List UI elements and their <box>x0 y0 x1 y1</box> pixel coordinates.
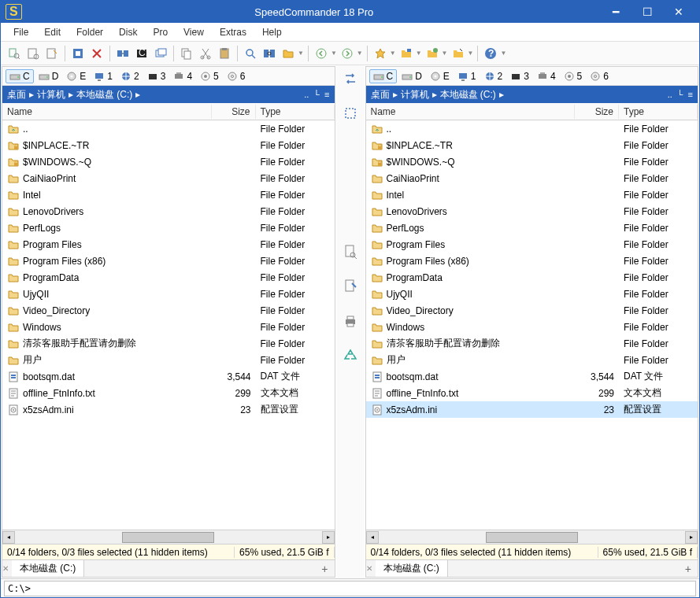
command-input[interactable] <box>4 581 696 596</box>
delete-icon[interactable] <box>88 45 106 62</box>
drive-5[interactable]: 5 <box>561 70 586 83</box>
close-button[interactable]: ✕ <box>663 1 694 23</box>
drive-C[interactable]: C <box>6 69 34 83</box>
list-item[interactable]: ProgramDataFile Folder <box>366 269 698 286</box>
list-item[interactable]: IntelFile Folder <box>2 186 335 203</box>
menu-edit[interactable]: Edit <box>36 25 69 39</box>
drive-1[interactable]: 1 <box>91 70 116 83</box>
folder-options-icon[interactable] <box>450 45 467 62</box>
back-icon[interactable] <box>313 45 330 62</box>
swap-panes-icon[interactable] <box>340 68 361 89</box>
sync-folders-icon[interactable] <box>261 45 278 62</box>
folder-history-icon[interactable] <box>398 45 415 62</box>
list-item[interactable]: $WINDOWS.~QFile Folder <box>2 153 335 170</box>
maximize-button[interactable]: ☐ <box>631 1 663 23</box>
forward-icon[interactable] <box>339 45 356 62</box>
select-same-icon[interactable] <box>340 103 361 124</box>
view-icon[interactable] <box>24 45 42 62</box>
folder-fav-icon[interactable] <box>424 45 441 62</box>
tab-item[interactable]: 本地磁盘 (C:) <box>12 560 84 577</box>
menu-help[interactable]: Help <box>254 25 290 39</box>
menu-folder[interactable]: Folder <box>69 25 111 39</box>
list-item[interactable]: x5zsAdm.ini23配置设置 <box>366 401 698 418</box>
nav-up-icon[interactable]: .. <box>668 90 672 99</box>
col-type[interactable]: Type <box>256 105 335 119</box>
recycle-icon[interactable] <box>340 345 361 366</box>
cut-icon[interactable] <box>197 45 214 62</box>
copy-icon[interactable] <box>178 45 195 62</box>
horizontal-scrollbar[interactable]: ◂▸ <box>2 530 335 544</box>
drive-5[interactable]: 5 <box>197 70 222 83</box>
find-files-icon[interactable] <box>6 45 23 62</box>
list-item[interactable]: bootsqm.dat3,544DAT 文件 <box>2 368 335 385</box>
help-icon[interactable]: ? <box>482 45 499 62</box>
tab-close-icon[interactable]: ✕ <box>2 564 9 573</box>
favorites-icon[interactable] <box>372 45 389 62</box>
breadcrumb-2[interactable]: 本地磁盘 (C:) <box>440 88 496 102</box>
list-item[interactable]: WindowsFile Folder <box>2 319 335 335</box>
drive-2[interactable]: 2 <box>481 70 506 83</box>
menu-disk[interactable]: Disk <box>111 25 145 39</box>
drive-4[interactable]: 4 <box>170 70 195 83</box>
menu-view[interactable]: View <box>176 25 212 39</box>
nav-up-icon[interactable]: .. <box>304 90 309 99</box>
list-item[interactable]: Program FilesFile Folder <box>2 236 335 253</box>
list-item[interactable]: offline_FtnInfo.txt299文本文档 <box>366 385 698 401</box>
list-item[interactable]: Video_DirectoryFile Folder <box>366 302 698 319</box>
compare-sync-icon[interactable] <box>114 45 131 62</box>
list-item[interactable]: ..File Folder <box>366 120 698 137</box>
edit-file-icon[interactable] <box>340 276 361 297</box>
scroll-thumb[interactable] <box>486 532 578 543</box>
list-item[interactable]: 用户File Folder <box>2 352 335 368</box>
drive-6[interactable]: 6 <box>587 70 612 83</box>
drive-D[interactable]: D <box>398 70 425 83</box>
list-item[interactable]: ProgramDataFile Folder <box>2 269 335 286</box>
file-list[interactable]: ..File Folder$INPLACE.~TRFile Folder$WIN… <box>2 120 335 530</box>
col-name[interactable]: Name <box>366 105 576 119</box>
menu-file[interactable]: File <box>6 25 36 39</box>
list-item[interactable]: LenovoDriversFile Folder <box>2 203 335 220</box>
nav-menu-icon[interactable]: ≡ <box>324 90 329 99</box>
list-item[interactable]: offline_FtnInfo.txt299文本文档 <box>2 385 335 401</box>
list-item[interactable]: bootsqm.dat3,544DAT 文件 <box>366 368 698 385</box>
drive-E[interactable]: E <box>63 70 89 83</box>
file-list[interactable]: ..File Folder$INPLACE.~TRFile Folder$WIN… <box>366 120 698 530</box>
tab-item[interactable]: 本地磁盘 (C:) <box>376 560 448 577</box>
list-item[interactable]: x5zsAdm.ini23配置设置 <box>2 401 335 418</box>
list-item[interactable]: ..File Folder <box>2 120 335 137</box>
list-item[interactable]: Program FilesFile Folder <box>366 236 698 253</box>
tab-add-button[interactable]: + <box>679 563 698 575</box>
drive-3[interactable]: 3 <box>507 70 532 83</box>
list-item[interactable]: Program Files (x86)File Folder <box>2 253 335 269</box>
nav-root-icon[interactable]: └ <box>313 90 320 99</box>
drive-6[interactable]: 6 <box>224 70 249 83</box>
drive-D[interactable]: D <box>35 70 62 83</box>
list-item[interactable]: 用户File Folder <box>366 352 698 368</box>
list-item[interactable]: WindowsFile Folder <box>366 319 698 335</box>
breadcrumb-0[interactable]: 桌面 <box>7 88 26 102</box>
paste-icon[interactable] <box>216 45 233 62</box>
breadcrumb-0[interactable]: 桌面 <box>371 88 390 102</box>
list-item[interactable]: $WINDOWS.~QFile Folder <box>366 153 698 170</box>
edit-icon[interactable] <box>43 45 61 62</box>
col-size[interactable]: Size <box>212 105 256 119</box>
tab-close-icon[interactable]: ✕ <box>366 564 372 573</box>
scroll-thumb[interactable] <box>122 532 214 543</box>
view-file-icon[interactable] <box>340 242 361 262</box>
tab-add-button[interactable]: + <box>315 563 334 575</box>
breadcrumb-2[interactable]: 本地磁盘 (C:) <box>76 88 132 102</box>
drive-2[interactable]: 2 <box>117 70 143 83</box>
list-item[interactable]: $INPLACE.~TRFile Folder <box>366 137 698 153</box>
list-item[interactable]: CaiNiaoPrintFile Folder <box>366 170 698 186</box>
menu-extras[interactable]: Extras <box>212 25 254 39</box>
list-item[interactable]: PerfLogsFile Folder <box>2 220 335 236</box>
list-item[interactable]: Program Files (x86)File Folder <box>366 253 698 269</box>
folder-menu-icon[interactable] <box>280 45 297 62</box>
list-item[interactable]: Video_DirectoryFile Folder <box>2 302 335 319</box>
new-window-icon[interactable] <box>152 45 169 62</box>
drive-1[interactable]: 1 <box>454 70 480 83</box>
list-item[interactable]: 清茶客服助手配置请勿删除File Folder <box>2 335 335 352</box>
terminal-icon[interactable]: C:\ <box>133 45 150 62</box>
print-icon[interactable] <box>340 311 361 331</box>
list-item[interactable]: $INPLACE.~TRFile Folder <box>2 137 335 153</box>
